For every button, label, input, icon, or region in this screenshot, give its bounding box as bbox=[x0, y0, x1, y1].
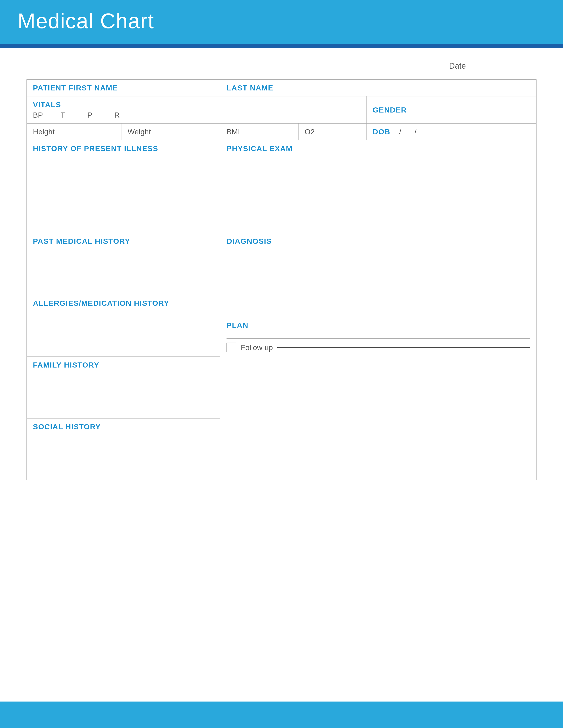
patient-last-name-label: LAST NAME bbox=[226, 84, 273, 92]
date-label: Date bbox=[449, 61, 537, 71]
plan-label: PLAN bbox=[226, 321, 248, 329]
medical-chart-form: PATIENT FIRST NAME LAST NAME VITALS BP T… bbox=[26, 79, 537, 480]
right-sections-cell: DIAGNOSIS PLAN Follow up bbox=[220, 233, 537, 480]
patient-first-name-cell: PATIENT FIRST NAME bbox=[27, 80, 220, 96]
bmi-cell: BMI bbox=[220, 124, 298, 140]
physical-exam-label: PHYSICAL EXAM bbox=[226, 144, 292, 153]
dob-cell: DOB / / bbox=[366, 124, 536, 140]
family-history-label: FAMILY HISTORY bbox=[33, 361, 99, 369]
r-label: R bbox=[114, 111, 120, 119]
family-history-section: FAMILY HISTORY bbox=[27, 356, 220, 418]
hpi-physical-row: HISTORY OF PRESENT ILLNESS PHYSICAL EXAM bbox=[27, 140, 537, 233]
page-title: Medical Chart bbox=[18, 9, 154, 33]
page-header: Medical Chart bbox=[0, 0, 563, 44]
right-sections-wrapper: DIAGNOSIS PLAN Follow up bbox=[220, 233, 536, 423]
follow-up-label: Follow up bbox=[241, 343, 273, 352]
physical-exam-cell: PHYSICAL EXAM bbox=[220, 140, 537, 233]
social-history-label: SOCIAL HISTORY bbox=[33, 422, 101, 431]
allergies-medication-label: ALLERGIES/MEDICATION HISTORY bbox=[33, 299, 169, 307]
o2-cell: O2 bbox=[298, 124, 366, 140]
plan-section: PLAN Follow up bbox=[220, 317, 536, 423]
diagnosis-label: DIAGNOSIS bbox=[226, 237, 271, 245]
weight-cell: Weight bbox=[121, 124, 220, 140]
date-line[interactable] bbox=[470, 66, 537, 66]
left-sections-cell: PAST MEDICAL HISTORY ALLERGIES/MEDICATIO… bbox=[27, 233, 220, 480]
combined-sections-row: PAST MEDICAL HISTORY ALLERGIES/MEDICATIO… bbox=[27, 233, 537, 480]
patient-first-name-label: PATIENT FIRST NAME bbox=[33, 84, 118, 92]
main-content: Date PATIENT FIRST NAME LAST NAME VITALS… bbox=[0, 48, 563, 702]
page-footer bbox=[0, 702, 563, 728]
gender-label: GENDER bbox=[373, 106, 407, 114]
height-label: Height bbox=[33, 128, 55, 136]
weight-label: Weight bbox=[128, 128, 151, 136]
diagnosis-section: DIAGNOSIS bbox=[220, 233, 536, 317]
patient-name-row: PATIENT FIRST NAME LAST NAME bbox=[27, 80, 537, 96]
vitals-cell: VITALS BP T P R bbox=[27, 96, 367, 124]
blue-stripe bbox=[0, 44, 563, 48]
left-sections-wrapper: PAST MEDICAL HISTORY ALLERGIES/MEDICATIO… bbox=[27, 233, 220, 480]
o2-label: O2 bbox=[305, 128, 315, 136]
past-medical-history-label: PAST MEDICAL HISTORY bbox=[33, 237, 130, 245]
allergies-medication-section: ALLERGIES/MEDICATION HISTORY bbox=[27, 295, 220, 356]
hpi-cell: HISTORY OF PRESENT ILLNESS bbox=[27, 140, 220, 233]
patient-last-name-cell: LAST NAME bbox=[220, 80, 537, 96]
bmi-label: BMI bbox=[226, 128, 240, 136]
dob-label: DOB bbox=[373, 128, 390, 136]
follow-up-line[interactable] bbox=[277, 347, 530, 348]
date-row: Date bbox=[26, 61, 537, 71]
p-label: P bbox=[87, 111, 92, 119]
height-cell: Height bbox=[27, 124, 121, 140]
follow-up-row: Follow up bbox=[226, 338, 530, 356]
gender-cell: GENDER bbox=[366, 96, 536, 124]
t-label: T bbox=[60, 111, 65, 119]
measurements-row: Height Weight BMI O2 DOB / / bbox=[27, 124, 537, 140]
social-history-section: SOCIAL HISTORY bbox=[27, 418, 220, 480]
bp-label: BP bbox=[33, 111, 43, 119]
follow-up-checkbox[interactable] bbox=[226, 343, 236, 352]
dob-slashes: / / bbox=[399, 128, 417, 136]
past-medical-history-section: PAST MEDICAL HISTORY bbox=[27, 233, 220, 295]
vitals-label: VITALS bbox=[33, 100, 360, 109]
history-of-present-illness-label: HISTORY OF PRESENT ILLNESS bbox=[33, 144, 158, 153]
vitals-row: VITALS BP T P R GENDER bbox=[27, 96, 537, 124]
